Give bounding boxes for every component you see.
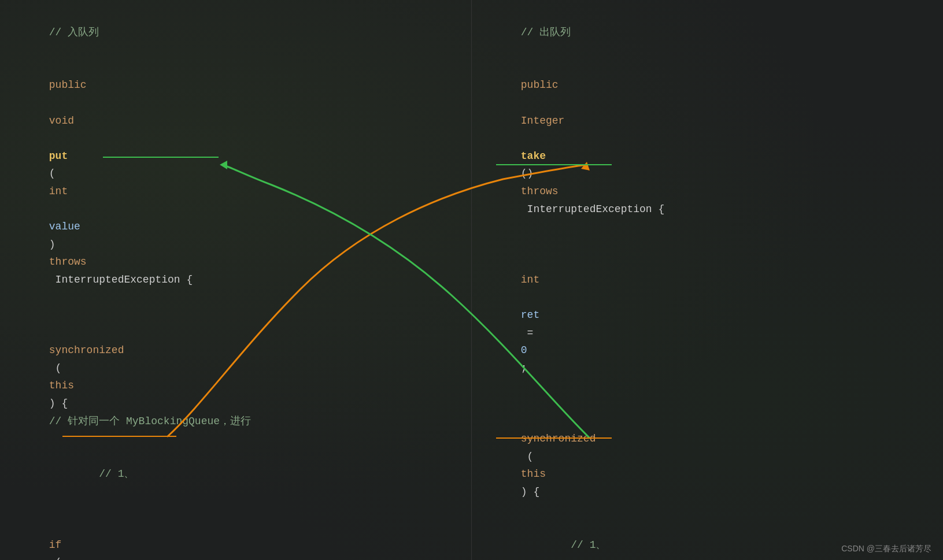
rline-4: synchronized ( this ) {	[483, 395, 931, 518]
rline-3: int ret = 0 ;	[483, 236, 931, 395]
code-container: // 入队列 public void put ( int value ) thr…	[0, 0, 943, 560]
line-4: // 1、	[12, 448, 460, 501]
rline-2: public Integer take () throws Interrupte…	[483, 59, 931, 236]
watermark: CSDN @三春去后诸芳尽	[841, 544, 931, 554]
left-code-panel: // 入队列 public void put ( int value ) thr…	[0, 0, 472, 560]
right-code-panel: // 出队列 public Integer take () throws Int…	[472, 0, 943, 560]
line-5: if ( size == items . length ) {	[12, 501, 460, 560]
line-2: public void put ( int value ) throws Int…	[12, 59, 460, 306]
line-3: synchronized ( this ) { // 针对同一个 MyBlock…	[12, 306, 460, 448]
line-comment-1: // 入队列	[12, 6, 460, 59]
rline-1: // 出队列	[483, 6, 931, 59]
